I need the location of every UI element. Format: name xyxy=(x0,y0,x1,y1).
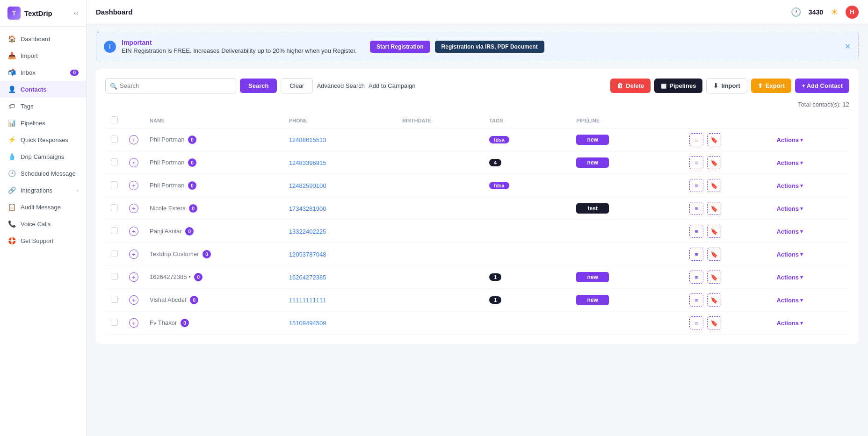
actions-dropdown-button[interactable]: Actions xyxy=(776,297,803,304)
bookmark-icon-button[interactable]: 🔖 xyxy=(707,179,721,192)
contact-phone[interactable]: 12488615513 xyxy=(289,136,326,143)
bookmark-icon-button[interactable]: 🔖 xyxy=(707,293,721,307)
bookmark-icon-button[interactable]: 🔖 xyxy=(707,248,721,261)
actions-dropdown-button[interactable]: Actions xyxy=(776,251,803,258)
message-icon-button[interactable]: ≡ xyxy=(689,133,703,146)
pipeline-pill[interactable]: new xyxy=(576,295,609,305)
expand-button[interactable]: + xyxy=(129,158,138,167)
contact-name[interactable]: Phil Portman xyxy=(150,182,184,189)
message-icon-button[interactable]: ≡ xyxy=(689,293,703,307)
sidebar-collapse-button[interactable]: ‹‹ xyxy=(73,9,79,17)
bookmark-icon-button[interactable]: 🔖 xyxy=(707,156,721,169)
expand-button[interactable]: + xyxy=(129,204,138,213)
bookmark-icon-button[interactable]: 🔖 xyxy=(707,316,721,329)
bookmark-icon-button[interactable]: 🔖 xyxy=(707,225,721,238)
contact-phone[interactable]: 16264272385 xyxy=(289,274,326,281)
contact-phone[interactable]: 12482590100 xyxy=(289,182,326,189)
message-icon-button[interactable]: ≡ xyxy=(689,202,703,215)
sidebar-item-voice-calls[interactable]: 📞 Voice Calls xyxy=(0,215,86,232)
expand-button[interactable]: + xyxy=(129,135,138,144)
sidebar-item-inbox[interactable]: 📬 Inbox 0 xyxy=(0,64,86,81)
contact-name[interactable]: Fv Thakor xyxy=(150,319,177,326)
contact-phone[interactable]: 12053787048 xyxy=(289,251,326,258)
contact-name[interactable]: Textdrip Customer xyxy=(150,250,199,257)
bookmark-icon-button[interactable]: 🔖 xyxy=(707,133,721,146)
message-icon-button[interactable]: ≡ xyxy=(689,225,703,238)
sidebar-item-get-support[interactable]: 🛟 Get Support xyxy=(0,232,86,249)
pipeline-pill[interactable]: new xyxy=(576,135,609,145)
clear-button[interactable]: Clear xyxy=(281,78,313,93)
sidebar-item-pipelines[interactable]: 📊 Pipelines xyxy=(0,114,86,131)
sidebar-item-contacts[interactable]: 👤 Contacts xyxy=(0,81,86,98)
sidebar-item-dashboard[interactable]: 🏠 Dashboard xyxy=(0,30,86,47)
contact-name[interactable]: Panji Asniar xyxy=(150,228,182,235)
sidebar-item-scheduled-message[interactable]: 🕐 Scheduled Message xyxy=(0,165,86,182)
contact-phone[interactable]: 11111111111 xyxy=(289,297,326,304)
expand-button[interactable]: + xyxy=(129,250,138,259)
sidebar-item-audit-message[interactable]: 📋 Audit Message xyxy=(0,199,86,215)
sidebar-item-drip-campaigns[interactable]: 💧 Drip Campaigns xyxy=(0,148,86,165)
banner-close-icon[interactable]: ✕ xyxy=(845,42,851,51)
bookmark-icon-button[interactable]: 🔖 xyxy=(707,271,721,284)
row-checkbox[interactable] xyxy=(111,273,118,280)
row-checkbox[interactable] xyxy=(111,136,118,143)
actions-dropdown-button[interactable]: Actions xyxy=(776,228,803,235)
message-icon-button[interactable]: ≡ xyxy=(689,156,703,169)
sidebar-item-quick-responses[interactable]: ⚡ Quick Responses xyxy=(0,131,86,148)
add-contact-button[interactable]: + Add Contact xyxy=(795,79,849,93)
contact-name[interactable]: Phil Portman xyxy=(150,136,184,143)
row-checkbox[interactable] xyxy=(111,204,118,211)
row-checkbox[interactable] xyxy=(111,296,118,303)
contact-phone[interactable]: 13322402225 xyxy=(289,228,326,235)
sidebar-item-tags[interactable]: 🏷 Tags xyxy=(0,98,86,114)
row-checkbox[interactable] xyxy=(111,250,118,257)
import-button[interactable]: ⬇ Import xyxy=(706,78,747,93)
expand-button[interactable]: + xyxy=(129,227,138,236)
pipelines-button[interactable]: ▦ Pipelines xyxy=(654,79,702,93)
select-all-checkbox[interactable] xyxy=(111,116,118,123)
add-to-campaign-button[interactable]: Add to Campaign xyxy=(369,82,415,89)
contact-phone[interactable]: 17343281900 xyxy=(289,205,326,212)
contact-name[interactable]: Phil Portman xyxy=(150,159,184,166)
actions-dropdown-button[interactable]: Actions xyxy=(776,205,803,212)
row-checkbox[interactable] xyxy=(111,158,118,165)
message-icon-button[interactable]: ≡ xyxy=(689,248,703,261)
pipeline-pill[interactable]: new xyxy=(576,157,609,168)
contact-name[interactable]: 16264272385 • xyxy=(150,273,191,280)
sidebar-item-integrations[interactable]: 🔗 Integrations › xyxy=(0,182,86,199)
actions-dropdown-button[interactable]: Actions xyxy=(776,159,803,166)
irs-registration-button[interactable]: Registration via IRS, PDF Document xyxy=(435,41,544,53)
contact-phone[interactable]: 15109494509 xyxy=(289,320,326,327)
history-icon[interactable]: 🕐 xyxy=(791,7,801,17)
avatar[interactable]: H xyxy=(846,6,859,19)
expand-button[interactable]: + xyxy=(129,295,138,305)
expand-button[interactable]: + xyxy=(129,318,138,328)
search-input[interactable] xyxy=(105,78,236,93)
actions-dropdown-button[interactable]: Actions xyxy=(776,320,803,327)
pipeline-pill[interactable]: test xyxy=(576,203,609,214)
delete-button[interactable]: 🗑 Delete xyxy=(610,79,651,93)
actions-dropdown-button[interactable]: Actions xyxy=(776,136,803,143)
search-button[interactable]: Search xyxy=(240,79,277,93)
message-icon-button[interactable]: ≡ xyxy=(689,316,703,329)
row-checkbox[interactable] xyxy=(111,319,118,326)
contact-phone[interactable]: 12483396915 xyxy=(289,159,326,166)
message-icon-button[interactable]: ≡ xyxy=(689,179,703,192)
pipeline-pill[interactable]: new xyxy=(576,272,609,282)
message-icon-button[interactable]: ≡ xyxy=(689,271,703,284)
actions-dropdown-button[interactable]: Actions xyxy=(776,274,803,281)
contact-name[interactable]: Vishal Abcdef xyxy=(150,296,187,303)
start-registration-button[interactable]: Start Registration xyxy=(370,41,430,53)
row-checkbox[interactable] xyxy=(111,181,118,188)
contact-name[interactable]: Nicole Esters xyxy=(150,205,186,212)
sidebar-item-import[interactable]: 📥 Import xyxy=(0,47,86,64)
expand-button[interactable]: + xyxy=(129,272,138,282)
export-button[interactable]: ⬆ Export xyxy=(751,79,791,93)
row-checkbox[interactable] xyxy=(111,227,118,234)
tag-pill: fdsa xyxy=(489,136,509,143)
theme-toggle-icon[interactable]: ☀ xyxy=(831,7,838,17)
expand-button[interactable]: + xyxy=(129,181,138,190)
advanced-search-button[interactable]: Advanced Search xyxy=(317,82,365,89)
bookmark-icon-button[interactable]: 🔖 xyxy=(707,202,721,215)
actions-dropdown-button[interactable]: Actions xyxy=(776,182,803,189)
